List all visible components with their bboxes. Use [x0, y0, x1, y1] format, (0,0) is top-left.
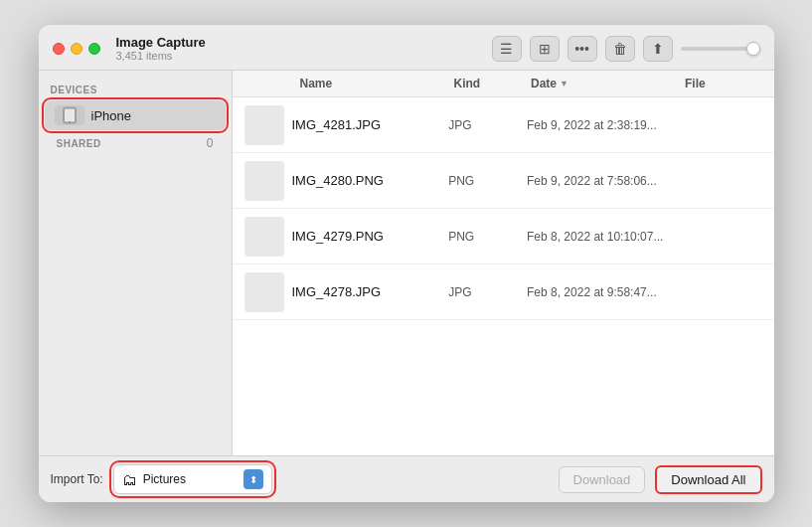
- minimize-button[interactable]: [71, 43, 82, 55]
- sidebar-item-iphone[interactable]: iPhone: [45, 100, 226, 130]
- main-window: Image Capture 3,451 items ☰ ⊞ ••• 🗑 ⬆: [39, 25, 774, 502]
- table-row[interactable]: IMG_4280.PNG PNG Feb 9, 2022 at 7:58:06.…: [233, 153, 774, 209]
- shared-section-label: SHARED: [57, 138, 101, 149]
- devices-section-label: DEVICES: [39, 79, 232, 99]
- titlebar: Image Capture 3,451 items ☰ ⊞ ••• 🗑 ⬆: [39, 25, 774, 71]
- table-row[interactable]: IMG_4281.JPG JPG Feb 9, 2022 at 2:38:19.…: [233, 97, 774, 153]
- main-content: DEVICES iPhone SHARED 0: [39, 71, 774, 455]
- col-header-name: Name: [292, 77, 454, 90]
- window-subtitle: 3,451 items: [116, 50, 480, 62]
- sort-arrow-icon: ▼: [560, 79, 568, 88]
- zoom-thumb: [746, 42, 760, 56]
- file-date: Feb 8, 2022 at 9:58:47...: [527, 285, 684, 299]
- col-header-kind: Kind: [454, 77, 532, 90]
- file-thumbnail: [244, 161, 284, 201]
- trash-icon: 🗑: [613, 41, 627, 57]
- file-area: Name Kind Date ▼ File IMG_4281.JPG JPG F…: [233, 71, 774, 455]
- maximize-button[interactable]: [88, 43, 100, 55]
- iphone-label: iPhone: [91, 108, 216, 123]
- file-kind: PNG: [448, 174, 527, 188]
- import-destination-box: 🗂 Pictures ⬍: [113, 464, 272, 494]
- download-all-button[interactable]: Download All: [655, 465, 761, 494]
- import-destination-selector[interactable]: 🗂 Pictures ⬍: [113, 464, 272, 494]
- file-thumbnail: [244, 272, 284, 312]
- grid-view-button[interactable]: ⊞: [530, 36, 560, 62]
- import-to-label: Import To:: [51, 472, 103, 486]
- titlebar-info: Image Capture 3,451 items: [116, 35, 480, 62]
- table-row[interactable]: IMG_4278.JPG JPG Feb 8, 2022 at 9:58:47.…: [233, 264, 774, 320]
- col-header-file: File: [685, 77, 762, 90]
- folder-icon: 🗂: [122, 471, 137, 488]
- import-icon: ⬆: [652, 41, 664, 57]
- shared-count: 0: [207, 136, 214, 150]
- table-row[interactable]: IMG_4279.PNG PNG Feb 8, 2022 at 10:10:07…: [233, 209, 774, 264]
- file-list: IMG_4281.JPG JPG Feb 9, 2022 at 2:38:19.…: [233, 97, 774, 455]
- svg-rect-1: [65, 109, 75, 122]
- file-name: IMG_4278.JPG: [292, 284, 449, 299]
- file-date: Feb 8, 2022 at 10:10:07...: [527, 230, 684, 244]
- ellipsis-icon: •••: [574, 41, 589, 57]
- toolbar: ☰ ⊞ ••• 🗑 ⬆: [492, 36, 760, 62]
- more-options-button[interactable]: •••: [568, 36, 597, 62]
- grid-view-icon: ⊞: [539, 41, 551, 57]
- window-title: Image Capture: [116, 35, 480, 50]
- file-kind: JPG: [448, 118, 527, 132]
- file-kind: PNG: [448, 230, 527, 244]
- close-button[interactable]: [53, 43, 65, 55]
- download-button[interactable]: Download: [559, 466, 646, 493]
- file-thumbnail: [244, 105, 284, 145]
- sidebar: DEVICES iPhone SHARED 0: [39, 71, 233, 455]
- zoom-slider[interactable]: [681, 47, 760, 51]
- file-date: Feb 9, 2022 at 2:38:19...: [527, 118, 684, 132]
- delete-button[interactable]: 🗑: [605, 36, 635, 62]
- import-button[interactable]: ⬆: [643, 36, 673, 62]
- traffic-lights: [53, 43, 100, 55]
- col-header-date[interactable]: Date ▼: [531, 77, 685, 90]
- shared-section: SHARED 0: [45, 131, 226, 155]
- file-header: Name Kind Date ▼ File: [233, 71, 774, 97]
- list-view-button[interactable]: ☰: [492, 36, 522, 62]
- file-thumbnail: [244, 217, 284, 257]
- destination-label: Pictures: [143, 472, 186, 486]
- file-name: IMG_4279.PNG: [292, 229, 449, 244]
- file-date: Feb 9, 2022 at 7:58:06...: [527, 174, 684, 188]
- file-name: IMG_4281.JPG: [292, 117, 449, 132]
- list-view-icon: ☰: [500, 41, 513, 57]
- iphone-icon: [55, 105, 84, 125]
- svg-point-2: [69, 121, 71, 123]
- file-name: IMG_4280.PNG: [292, 173, 449, 188]
- bottom-bar: Import To: 🗂 Pictures ⬍ Download Downloa…: [39, 455, 774, 502]
- file-kind: JPG: [448, 285, 527, 299]
- dropdown-arrow-icon: ⬍: [244, 469, 263, 489]
